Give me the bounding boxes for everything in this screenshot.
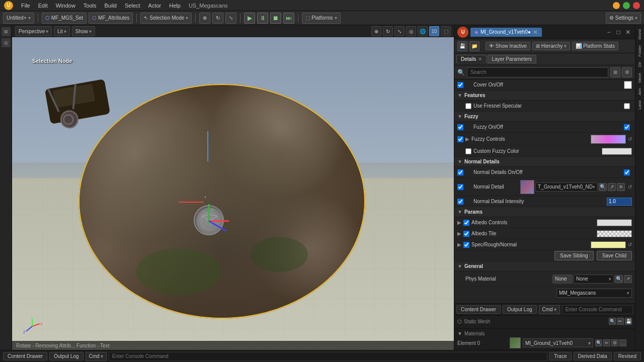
spec-expand[interactable]: ▶ <box>457 242 463 247</box>
normal-details-section[interactable]: ▼ Normal Details <box>454 157 635 167</box>
custom-fuzzy-swatch[interactable] <box>602 148 632 155</box>
menu-help[interactable]: Help <box>165 3 185 9</box>
trace-tab[interactable]: Trace <box>549 352 571 360</box>
menu-build[interactable]: Build <box>101 3 121 9</box>
fresnel-checkbox[interactable] <box>465 103 471 109</box>
minimize-button[interactable] <box>613 2 620 9</box>
browse-tb-btn[interactable]: 📁 <box>469 41 479 51</box>
transform-btn[interactable]: ⊕ <box>199 13 210 24</box>
fuzzy-reset-icon[interactable]: ↺ <box>628 136 632 142</box>
perspective-btn[interactable]: Perspective ▾ <box>15 26 52 36</box>
normal-reset-icon[interactable]: ↺ <box>628 184 632 190</box>
albedo-tile-row[interactable]: ▶ Albedo Tile <box>454 228 635 239</box>
play-button[interactable]: ▶ <box>244 13 255 24</box>
albedo-tile-expand[interactable]: ▶ <box>457 231 463 236</box>
fresnel-val-checkbox[interactable] <box>624 103 630 109</box>
vp-tool-6[interactable]: 10 <box>429 26 439 36</box>
general-section[interactable]: ▼ General <box>454 261 635 272</box>
stop-button[interactable]: ⏹ <box>270 13 281 24</box>
sm-save-btn[interactable]: 💾 <box>625 318 632 325</box>
main-cmd-btn[interactable]: Cmd ▾ <box>86 352 107 361</box>
settings-btn[interactable]: ⚙ Settings ▾ <box>606 13 641 24</box>
albedo-swatch[interactable] <box>597 219 632 226</box>
revised-tab[interactable]: Revised <box>614 352 641 360</box>
console-input[interactable] <box>562 305 633 314</box>
vp-tool-5[interactable]: 🌐 <box>418 26 428 36</box>
sm-edit-btn[interactable]: ✏ <box>617 318 624 325</box>
custom-fuzzy-row[interactable]: Custom Fuzzy Color <box>454 146 635 157</box>
scale-btn[interactable]: ⤡ <box>225 13 236 24</box>
phys-none-dropdown[interactable]: None <box>552 275 573 284</box>
phys-browse-btn[interactable]: 🔍 <box>615 275 623 283</box>
tab-close-icon[interactable]: ✕ <box>533 29 538 36</box>
normal-onoff-cb[interactable] <box>457 169 463 175</box>
panel-restore-btn[interactable]: □ <box>614 28 622 36</box>
platforms-btn[interactable]: ⬚ Platforms ▾ <box>302 13 340 24</box>
normal-onoff-val[interactable] <box>624 169 630 175</box>
params-section[interactable]: ▼ Params <box>454 207 635 217</box>
vp-tool-7[interactable]: ⬚ <box>441 26 451 36</box>
main-console-input[interactable] <box>109 352 548 361</box>
details-tab-close[interactable]: ✕ <box>478 56 482 62</box>
fuzzy-onoff-checkbox[interactable] <box>457 124 463 130</box>
normal-texture-dropdown[interactable]: T_Ground_v1Tveh0_ND ▾ <box>535 183 598 192</box>
mm-dropdown[interactable]: MM_Megascans ▾ <box>556 289 632 298</box>
layer-params-tab[interactable]: Layer Parameters <box>488 55 536 63</box>
mf-mgs-set[interactable]: ⬡ MF_MGS_Set <box>42 13 87 24</box>
vp-tool-1[interactable]: ⊕ <box>371 26 381 36</box>
search-input[interactable] <box>467 67 608 77</box>
vp-tool-4[interactable]: ◎ <box>406 26 416 36</box>
cmd-btn[interactable]: Cmd ▾ <box>539 305 560 314</box>
pause-button[interactable]: ⏸ <box>257 13 268 24</box>
menu-select[interactable]: Select <box>121 3 144 9</box>
untitled-project[interactable]: Untitled+ ▾ <box>3 13 34 24</box>
maximize-button[interactable] <box>623 2 630 9</box>
sidebar-icon-1[interactable]: ⊞ <box>2 27 11 36</box>
fuzzy-color-swatch[interactable] <box>591 135 626 144</box>
save-tb-btn[interactable]: 💾 <box>457 41 467 51</box>
mat-edit-btn[interactable]: ✏ <box>603 339 610 346</box>
materials-header[interactable]: ▼ Materials <box>457 331 632 336</box>
fuzzy-section[interactable]: ▼ Fuzzy <box>454 112 635 122</box>
normal-onoff-row[interactable]: Normal Details On/Off <box>454 167 635 178</box>
rotate-btn[interactable]: ↻ <box>212 13 223 24</box>
sidebar-icon-2[interactable]: ◎ <box>2 38 11 47</box>
phys-main-dropdown[interactable]: None ▾ <box>574 275 614 284</box>
output-log-btn[interactable]: Output Log <box>49 352 83 360</box>
albedo-tile-swatch[interactable] <box>597 230 632 237</box>
custom-fuzzy-checkbox[interactable] <box>465 148 471 154</box>
spec-swatch[interactable] <box>591 241 626 248</box>
search-grid-btn[interactable]: ⊞ <box>610 67 620 77</box>
viewport[interactable]: Perspective ▾ Lit ▾ Show ▾ ⊕ ↻ ⤡ ◎ 🌐 10 … <box>12 25 454 350</box>
menu-edit[interactable]: Edit <box>34 3 52 9</box>
menu-actor[interactable]: Actor <box>144 3 166 9</box>
material-field[interactable]: MI_Ground_v1Tveh0 ▾ <box>523 338 593 347</box>
phys-open-btn[interactable]: ↗ <box>624 275 632 283</box>
platform-stats-tab[interactable]: 📊 Platform Stats <box>572 42 618 50</box>
phys-material-row[interactable]: Phys Material None None ▾ 🔍 ↗ <box>454 272 635 287</box>
normal-intensity-cb[interactable] <box>457 199 463 205</box>
sm-browse-btn[interactable]: 🔍 <box>609 318 616 325</box>
show-btn[interactable]: Show ▾ <box>72 26 95 36</box>
lit-btn[interactable]: Lit ▾ <box>54 26 70 36</box>
tex-clear-btn[interactable]: ✕ <box>617 183 625 191</box>
mm-megascans-row[interactable]: MM_Megascans ▾ <box>454 287 635 300</box>
close-button[interactable] <box>633 2 640 9</box>
vp-tool-2[interactable]: ↻ <box>383 26 393 36</box>
content-drawer-tab[interactable]: Content Drawer <box>456 305 501 314</box>
albedo-controls-row[interactable]: ▶ Albedo Controls <box>454 217 635 228</box>
normal-intensity-input[interactable]: 1.0 <box>607 198 632 206</box>
derived-data-tab[interactable]: Derived Data <box>574 352 612 360</box>
cover-checkbox[interactable] <box>457 82 463 88</box>
content-drawer-btn[interactable]: Content Drawer <box>3 352 47 360</box>
details-tab[interactable]: Details ✕ <box>456 55 487 63</box>
save-child-button[interactable]: Save Child <box>597 251 632 260</box>
save-sibling-button[interactable]: Save Sibling <box>554 251 594 260</box>
mat-settings-btn[interactable]: ⚙ <box>611 339 618 346</box>
show-inactive-tab[interactable]: 👁 Show Inactive <box>486 42 530 50</box>
menu-tools[interactable]: Tools <box>79 3 101 9</box>
spec-rough-row[interactable]: ▶ Spec/Rough/Normal ↺ <box>454 239 635 250</box>
search-settings-btn[interactable]: ⚙ <box>622 67 632 77</box>
mf-attributes[interactable]: ⬡ MF_Attributes <box>89 13 133 24</box>
panel-close-btn-2[interactable]: ✕ <box>624 28 632 36</box>
